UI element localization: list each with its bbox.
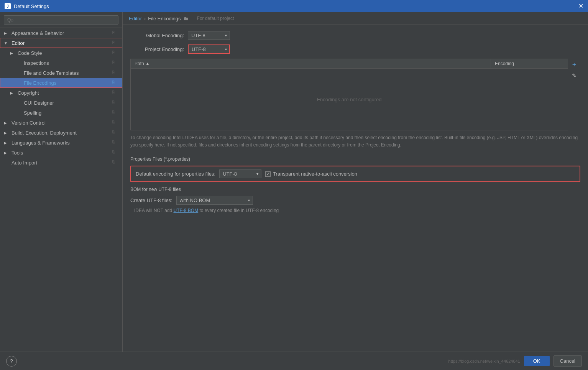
bom-select-wrapper: with NO BOM with BOM <box>176 196 253 205</box>
sidebar-item-build-execution[interactable]: ▶ Build, Execution, Deployment ⎘ <box>0 128 122 138</box>
transparent-checkbox[interactable] <box>265 171 271 177</box>
properties-section-title: Properties Files (*.properties) <box>130 156 580 162</box>
global-encoding-label: Global Encoding: <box>130 33 184 38</box>
expand-arrow-version-control: ▶ <box>4 121 10 125</box>
sidebar-item-label-appearance: Appearance & Behavior <box>11 30 112 36</box>
expand-arrow-appearance: ▶ <box>4 31 10 35</box>
props-encoding-select-wrapper: UTF-8 <box>219 169 261 178</box>
breadcrumb-separator: › <box>144 16 146 21</box>
sidebar-icon-code-style: ⎘ <box>112 50 118 56</box>
edit-encoding-button[interactable]: ✎ <box>570 71 579 80</box>
th-encoding: Encoding <box>491 59 568 68</box>
close-button[interactable]: ✕ <box>578 3 583 9</box>
help-button[interactable]: ? <box>6 356 17 367</box>
table-empty-message: Encodings are not configured <box>131 69 568 130</box>
sidebar-icon-languages: ⎘ <box>112 140 118 146</box>
add-encoding-button[interactable]: + <box>570 60 579 69</box>
project-icon: 🖿 <box>183 15 189 21</box>
sidebar-item-tools[interactable]: ▶ Tools ⎘ <box>0 148 122 158</box>
encoding-table-container: Path ▲ Encoding Encodings are not config… <box>130 59 580 130</box>
project-encoding-select-wrapper: UTF-8 <box>188 44 230 54</box>
sidebar-icon-file-encodings: ⎘ <box>112 80 118 86</box>
sidebar-icon-inspections: ⎘ <box>112 60 118 66</box>
app-icon: J <box>5 3 11 9</box>
sidebar-item-file-templates[interactable]: File and Code Templates ⎘ <box>0 68 122 78</box>
sidebar-item-gui-designer[interactable]: GUI Designer ⎘ <box>0 98 122 108</box>
expand-arrow-build: ▶ <box>4 131 10 135</box>
sidebar-item-label-file-templates: File and Code Templates <box>24 70 112 76</box>
transparent-label: Transparent native-to-ascii conversion <box>273 171 357 177</box>
ok-button[interactable]: OK <box>524 356 550 366</box>
bom-select[interactable]: with NO BOM with BOM <box>176 196 253 205</box>
description-text: To change encoding IntelliJ IDEA uses fo… <box>130 134 580 149</box>
sidebar-item-languages[interactable]: ▶ Languages & Frameworks ⎘ <box>0 138 122 148</box>
expand-arrow-copyright: ▶ <box>10 91 16 95</box>
breadcrumb-current: File Encodings <box>148 16 181 21</box>
global-encoding-select[interactable]: UTF-8 <box>188 31 230 40</box>
sidebar-icon-version-control: ⎘ <box>112 120 118 126</box>
sidebar-item-auto-import[interactable]: Auto Import ⎘ <box>0 158 122 168</box>
bom-note-prefix: IDEA will NOT add <box>134 208 173 213</box>
sidebar-item-label-spelling: Spelling <box>24 110 112 116</box>
create-utf8-row: Create UTF-8 files: with NO BOM with BOM <box>130 196 580 205</box>
sidebar-item-label-editor: Editor <box>11 40 112 46</box>
sidebar: ▶ Appearance & Behavior ⎘ ▼ Editor ⎘ ▶ C… <box>0 12 123 352</box>
sidebar-item-spelling[interactable]: Spelling ⎘ <box>0 108 122 118</box>
title-bar: J Default Settings ✕ <box>0 0 588 12</box>
settings-content: Global Encoding: UTF-8 Project Encoding:… <box>123 25 588 352</box>
th-path: Path ▲ <box>131 59 491 68</box>
sidebar-item-label-languages: Languages & Frameworks <box>11 140 112 146</box>
title-bar-left: J Default Settings <box>5 3 49 9</box>
transparent-checkbox-area: Transparent native-to-ascii conversion <box>265 171 357 177</box>
bom-note: IDEA will NOT add UTF-8 BOM to every cre… <box>130 208 580 213</box>
sidebar-icon-spelling: ⎘ <box>112 110 118 116</box>
sidebar-item-inspections[interactable]: Inspections ⎘ <box>0 58 122 68</box>
sidebar-item-file-encodings[interactable]: File Encodings ⎘ <box>0 78 122 88</box>
bom-link[interactable]: UTF-8 BOM <box>173 208 198 213</box>
watermark: https://blog.csdn.net/weixin_44624841 <box>448 359 520 363</box>
expand-arrow-code-style: ▶ <box>10 51 16 55</box>
sidebar-icon-gui-designer: ⎘ <box>112 100 118 106</box>
expand-arrow-languages: ▶ <box>4 141 10 145</box>
global-encoding-row: Global Encoding: UTF-8 <box>130 31 580 40</box>
table-header: Path ▲ Encoding <box>131 59 568 69</box>
sidebar-item-label-gui-designer: GUI Designer <box>24 100 112 106</box>
content-area: Editor › File Encodings 🖿 For default pr… <box>123 12 588 352</box>
sidebar-item-label-version-control: Version Control <box>11 120 112 126</box>
create-label: Create UTF-8 files: <box>130 197 172 203</box>
main-layout: ▶ Appearance & Behavior ⎘ ▼ Editor ⎘ ▶ C… <box>0 12 588 352</box>
sidebar-item-label-build: Build, Execution, Deployment <box>11 130 112 136</box>
bom-section: BOM for new UTF-8 files Create UTF-8 fil… <box>130 187 580 213</box>
bottom-bar: ? https://blog.csdn.net/weixin_44624841 … <box>0 352 588 370</box>
default-encoding-label: Default encoding for properties files: <box>136 171 215 177</box>
props-encoding-select[interactable]: UTF-8 <box>219 169 261 178</box>
bom-section-title: BOM for new UTF-8 files <box>130 187 580 192</box>
breadcrumb-editor[interactable]: Editor <box>129 16 142 21</box>
project-encoding-row: Project Encoding: UTF-8 <box>130 44 580 54</box>
sidebar-item-label-auto-import: Auto Import <box>11 160 112 166</box>
breadcrumb-project: For default project <box>197 16 234 21</box>
encoding-table: Path ▲ Encoding Encodings are not config… <box>130 59 568 130</box>
expand-arrow-editor: ▼ <box>4 41 10 45</box>
cancel-button[interactable]: Cancel <box>554 355 582 367</box>
sidebar-icon-appearance: ⎘ <box>112 30 118 36</box>
sidebar-item-label-inspections: Inspections <box>24 60 112 66</box>
properties-encoding-row: Default encoding for properties files: U… <box>130 166 580 182</box>
global-encoding-select-wrapper: UTF-8 <box>188 31 230 40</box>
sidebar-icon-copyright: ⎘ <box>112 90 118 96</box>
sidebar-icon-auto-import: ⎘ <box>112 160 118 166</box>
expand-arrow-tools: ▶ <box>4 151 10 155</box>
sidebar-item-code-style[interactable]: ▶ Code Style ⎘ <box>0 48 122 58</box>
project-encoding-label: Project Encoding: <box>130 46 184 52</box>
sidebar-item-editor[interactable]: ▼ Editor ⎘ <box>0 38 122 48</box>
sidebar-item-appearance[interactable]: ▶ Appearance & Behavior ⎘ <box>0 28 122 38</box>
sidebar-icon-tools: ⎘ <box>112 150 118 156</box>
project-encoding-select[interactable]: UTF-8 <box>188 44 230 54</box>
bom-note-suffix: to every created file in UTF-8 encoding <box>198 208 279 213</box>
search-input[interactable] <box>4 15 118 25</box>
sidebar-icon-build: ⎘ <box>112 130 118 136</box>
bottom-right: https://blog.csdn.net/weixin_44624841 OK… <box>447 355 582 367</box>
sidebar-item-copyright[interactable]: ▶ Copyright ⎘ <box>0 88 122 98</box>
sidebar-item-version-control[interactable]: ▶ Version Control ⎘ <box>0 118 122 128</box>
search-box <box>0 12 122 28</box>
